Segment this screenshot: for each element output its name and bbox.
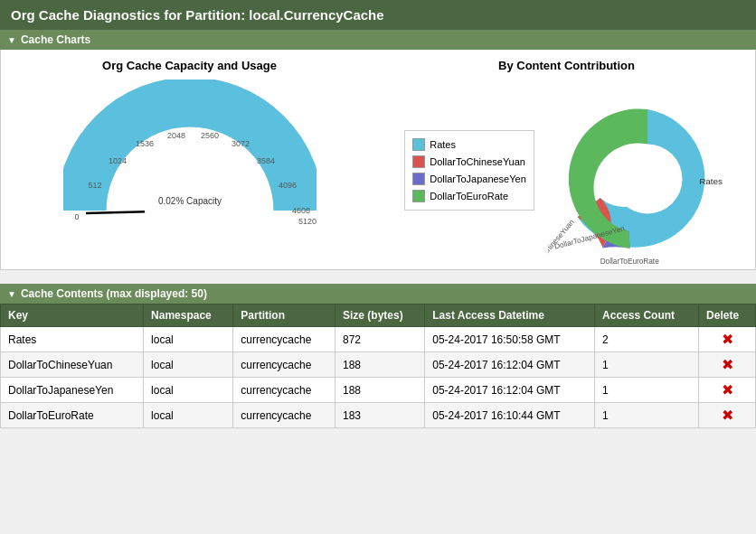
cache-charts-header: ▼ Cache Charts [0,30,756,50]
legend-label-euro-rate: DollarToEuroRate [430,191,508,201]
legend-color-chinese-yuan [412,155,425,168]
svg-text:3584: 3584 [256,156,274,165]
svg-text:2560: 2560 [200,131,218,140]
delete-button[interactable]: ✖ [706,381,748,398]
svg-point-14 [612,145,682,214]
table-row: DollarToChineseYuanlocalcurrencycache188… [1,352,756,378]
cell-5: 2 [595,327,699,352]
cache-contents-section: ▼ Cache Contents (max displayed: 50) Key… [0,284,756,428]
svg-text:0.02% Capacity: 0.02% Capacity [157,196,221,206]
svg-text:3072: 3072 [231,139,249,148]
legend-color-rates [412,138,425,151]
table-row: DollarToEuroRatelocalcurrencycache18305-… [1,403,756,428]
collapse-arrow[interactable]: ▼ [7,35,16,45]
cache-contents-arrow[interactable]: ▼ [7,289,16,299]
delete-button[interactable]: ✖ [706,356,748,373]
svg-text:512: 512 [88,181,101,190]
cell-4: 05-24-2017 16:12:04 GMT [425,352,595,378]
col-header-last-access: Last Access Datetime [425,304,595,327]
col-header-partition: Partition [233,304,335,327]
cell-2: currencycache [233,403,335,428]
delete-cell: ✖ [699,403,756,428]
gauge-wrapper: 0.02% Capacity 0 512 1024 1536 2048 2560… [63,80,317,224]
svg-text:2048: 2048 [166,131,184,140]
cell-3: 183 [335,403,425,428]
delete-cell: ✖ [699,327,756,352]
svg-text:0: 0 [74,212,79,221]
cache-charts-panel: Org Cache Capacity and Usage 0.02% Capac… [0,50,756,270]
legend-color-euro-rate [412,190,425,202]
cell-5: 1 [595,352,699,378]
cell-3: 872 [335,327,425,352]
donut-svg: Rates DollarToChineseYuan DollarToJapane… [548,80,747,278]
col-header-namespace: Namespace [144,304,233,327]
svg-text:4608: 4608 [291,206,309,215]
legend-color-japanese-yen [412,173,425,185]
cell-1: local [144,403,233,428]
col-header-key: Key [1,304,144,327]
svg-text:1536: 1536 [135,139,153,148]
cell-5: 1 [595,403,699,428]
legend-label-chinese-yuan: DollarToChineseYuan [430,156,525,167]
donut-label-euro-rate: DollarToEuroRate [600,258,659,266]
cell-0: DollarToEuroRate [1,403,144,428]
delete-button[interactable]: ✖ [706,407,748,424]
col-header-size: Size (bytes) [335,304,425,327]
table-body: Rateslocalcurrencycache87205-24-2017 16:… [1,327,756,428]
legend-item-euro-rate: DollarToEuroRate [412,190,526,202]
donut-chart-container: By Content Contribution Rates DollarToCh… [387,59,746,260]
donut-legend: Rates DollarToChineseYuan DollarToJapane… [404,130,534,211]
col-header-delete: Delete [699,304,756,327]
donut-title: By Content Contribution [498,59,635,72]
table-row: DollarToJapaneseYenlocalcurrencycache188… [1,378,756,403]
delete-cell: ✖ [699,378,756,403]
cell-0: Rates [1,327,144,352]
table-row: Rateslocalcurrencycache87205-24-2017 16:… [1,327,756,352]
svg-text:5120: 5120 [298,217,316,224]
svg-text:1024: 1024 [108,156,126,165]
gauge-title: Org Cache Capacity and Usage [102,59,277,72]
cell-2: currencycache [233,378,335,403]
svg-text:4096: 4096 [278,181,296,190]
cell-1: local [144,352,233,378]
cell-5: 1 [595,378,699,403]
donut-label-rates: Rates [699,176,723,186]
cache-charts-label: Cache Charts [21,33,90,46]
delete-cell: ✖ [699,352,756,378]
table-header-row: Key Namespace Partition Size (bytes) Las… [1,304,756,327]
legend-label-rates: Rates [430,139,456,150]
cell-2: currencycache [233,352,335,378]
charts-row: Org Cache Capacity and Usage 0.02% Capac… [10,59,746,260]
donut-wrapper: Rates DollarToChineseYuan DollarToJapane… [548,80,729,260]
legend-item-japanese-yen: DollarToJapaneseYen [412,173,526,185]
cell-1: local [144,327,233,352]
cell-4: 05-24-2017 16:10:44 GMT [425,403,595,428]
cache-contents-label: Cache Contents (max displayed: 50) [21,287,207,300]
cell-4: 05-24-2017 16:12:04 GMT [425,378,595,403]
cell-3: 188 [335,352,425,378]
gauge-chart-container: Org Cache Capacity and Usage 0.02% Capac… [10,59,369,224]
legend-item-rates: Rates [412,138,526,151]
svg-point-1 [145,165,235,224]
delete-button[interactable]: ✖ [706,331,748,348]
cell-4: 05-24-2017 16:50:58 GMT [425,327,595,352]
cell-0: DollarToJapaneseYen [1,378,144,403]
cell-3: 188 [335,378,425,403]
cell-2: currencycache [233,327,335,352]
cache-table: Key Namespace Partition Size (bytes) Las… [0,304,756,428]
cache-contents-header: ▼ Cache Contents (max displayed: 50) [0,284,756,304]
legend-item-chinese-yuan: DollarToChineseYuan [412,155,526,168]
cell-1: local [144,378,233,403]
cell-0: DollarToChineseYuan [1,352,144,378]
donut-area: Rates DollarToChineseYuan DollarToJapane… [404,80,729,260]
col-header-access-count: Access Count [595,304,699,327]
page-title: Org Cache Diagnostics for Partition: loc… [0,0,756,30]
legend-label-japanese-yen: DollarToJapaneseYen [430,173,526,184]
gauge-svg: 0.02% Capacity 0 512 1024 1536 2048 2560… [63,80,317,224]
